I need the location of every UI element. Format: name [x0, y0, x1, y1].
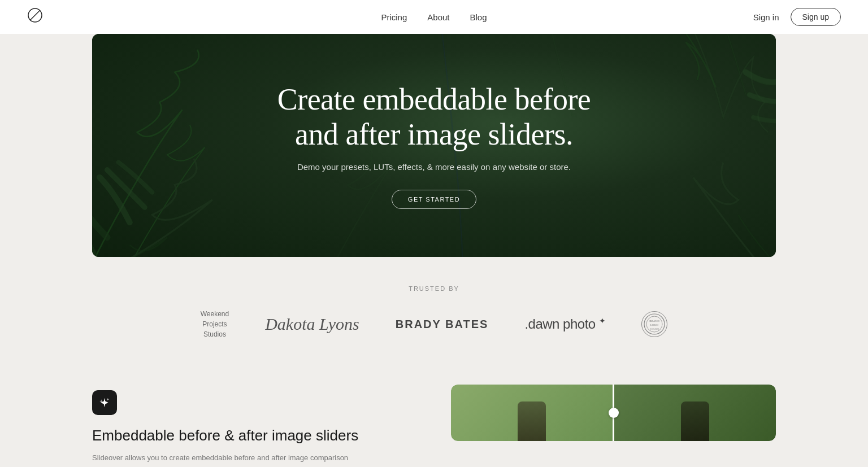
- svg-text:EST 2020: EST 2020: [650, 328, 659, 330]
- feature-icon-box: [92, 390, 117, 415]
- logo-dakota-lyons: Dakota Lyons: [265, 315, 359, 334]
- trusted-section: TRUSTED BY WeekendProjectsStudios Dakota…: [0, 257, 868, 362]
- trusted-logos: WeekendProjectsStudios Dakota Lyons BRAD…: [0, 309, 868, 339]
- hero-cta-button[interactable]: GET STARTED: [392, 190, 476, 209]
- sign-in-link[interactable]: Sign in: [753, 12, 779, 22]
- svg-text:LOGO: LOGO: [650, 324, 658, 326]
- nav-auth: Sign in Sign up: [753, 8, 841, 26]
- hero-title: Create embeddable before and after image…: [277, 82, 591, 152]
- logo-dawn-photo: .dawn photo ✦: [524, 316, 605, 332]
- navbar: Pricing About Blog Sign in Sign up: [0, 0, 868, 34]
- sparkle-icon: [99, 397, 110, 408]
- before-image: [451, 385, 613, 441]
- nav-about[interactable]: About: [427, 12, 449, 22]
- feature-right-image: [451, 385, 776, 441]
- hero-wrapper: Create embeddable before and after image…: [0, 34, 868, 257]
- logo-icon: [27, 7, 43, 23]
- circle-logo-icon: BRAND LOGO EST 2020: [643, 313, 666, 335]
- nav-pricing[interactable]: Pricing: [381, 12, 407, 22]
- feature-title: Embeddable before & after image sliders: [92, 426, 417, 445]
- after-image: [614, 385, 776, 441]
- slider-divider: [613, 385, 614, 441]
- feature-description: Slideover allows you to create embeddabl…: [92, 452, 417, 464]
- hero-content: Create embeddable before and after image…: [92, 34, 776, 257]
- hero-section: Create embeddable before and after image…: [92, 34, 776, 257]
- hero-subtitle: Demo your presets, LUTs, effects, & more…: [297, 162, 571, 172]
- nav-blog[interactable]: Blog: [470, 12, 487, 22]
- nav-links: Pricing About Blog: [381, 12, 487, 22]
- feature-left-content: Embeddable before & after image sliders …: [92, 385, 417, 464]
- trusted-label: TRUSTED BY: [0, 285, 868, 292]
- sign-up-button[interactable]: Sign up: [791, 8, 841, 26]
- svg-text:BRAND: BRAND: [650, 320, 660, 322]
- logo[interactable]: [27, 7, 43, 27]
- logo-circle-brand: BRAND LOGO EST 2020: [641, 311, 667, 337]
- logo-weekend-projects: WeekendProjectsStudios: [201, 309, 229, 339]
- logo-brady-bates: BRADY BATES: [396, 318, 489, 331]
- svg-line-1: [30, 10, 40, 20]
- feature-section: Embeddable before & after image sliders …: [0, 362, 868, 464]
